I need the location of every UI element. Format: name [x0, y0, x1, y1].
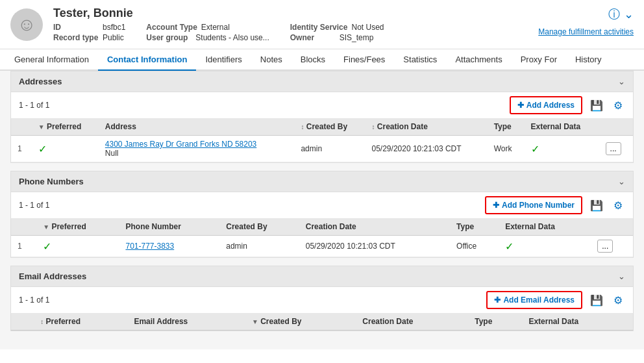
email-addresses-section-header: Email Addresses ⌄ [11, 266, 633, 287]
table-row: 1 ✓ 701-777-3833 admin 05/29/2020 10:21:… [11, 236, 633, 257]
phone-numbers-title: Phone Numbers [19, 177, 84, 186]
row-num: 1 [11, 236, 36, 257]
row-creation-date: 05/29/2020 10:21:03 CDT [365, 136, 488, 162]
col-preferred[interactable]: ↕ Preferred [34, 313, 127, 331]
tab-blocks[interactable]: Blocks [291, 49, 334, 71]
addresses-section: Addresses ⌄ 1 - 1 of 1 ✚ Add Address 💾 ⚙… [10, 71, 634, 163]
plus-icon: ✚ [494, 295, 501, 305]
add-email-address-button[interactable]: ✚ Add Email Address [486, 291, 582, 309]
row-phone: 701-777-3833 [119, 236, 219, 257]
email-collapse-icon[interactable]: ⌄ [618, 271, 625, 281]
email-controls: ✚ Add Email Address 💾 ⚙ [486, 291, 625, 309]
addresses-export-icon[interactable]: 💾 [588, 98, 606, 113]
col-created-by[interactable]: ↕ Created By [294, 118, 365, 136]
col-email-address: Email Address [127, 313, 245, 331]
address-line2: Null [105, 149, 119, 158]
phone-export-icon[interactable]: 💾 [588, 198, 606, 213]
row-address: 4300 James Ray Dr Grand Forks ND 58203 N… [99, 136, 295, 162]
row-ellipsis[interactable]: ... [599, 136, 633, 162]
col-actions [599, 118, 633, 136]
info-icon[interactable]: ⓘ [608, 6, 620, 22]
col-preferred[interactable]: ▼ Preferred [32, 118, 99, 136]
col-phone-number: Phone Number [119, 218, 219, 236]
row-actions-button[interactable]: ... [606, 142, 621, 155]
expand-icon[interactable]: ⌄ [624, 7, 634, 21]
address-link[interactable]: 4300 James Ray Dr Grand Forks ND 58203 [105, 140, 256, 149]
col-created-by[interactable]: ▼ Created By [245, 313, 356, 331]
row-type: Office [450, 236, 499, 257]
avatar: ☺ [10, 8, 43, 41]
row-type: Work [488, 136, 525, 162]
email-addresses-title: Email Addresses [19, 271, 86, 281]
add-address-label: Add Address [526, 101, 575, 110]
email-count: 1 - 1 of 1 [19, 295, 49, 305]
identity-service-value: Not Used [351, 23, 384, 32]
identity-field: Identity Service Not Used Owner SIS_temp [290, 23, 384, 42]
row-external-data: ✓ [525, 136, 599, 162]
user-icon: ☺ [18, 14, 36, 35]
account-type-value: External [201, 23, 230, 32]
email-export-icon[interactable]: 💾 [588, 293, 606, 308]
col-created-by: Created By [219, 218, 299, 236]
plus-icon: ✚ [517, 101, 524, 110]
tab-general-information[interactable]: General Information [5, 49, 98, 71]
addresses-collapse-icon[interactable]: ⌄ [618, 77, 625, 86]
phone-numbers-controls: ✚ Add Phone Number 💾 ⚙ [485, 196, 625, 214]
phone-settings-icon[interactable]: ⚙ [611, 198, 625, 213]
col-type: Type [450, 218, 499, 236]
row-preferred: ✓ [36, 236, 119, 257]
addresses-section-header: Addresses ⌄ [11, 71, 633, 92]
tab-identifiers[interactable]: Identifiers [196, 49, 251, 71]
col-external-data: External Data [499, 218, 591, 236]
tab-notes[interactable]: Notes [251, 49, 291, 71]
addresses-title: Addresses [19, 77, 62, 86]
tab-fines-fees[interactable]: Fines/Fees [334, 49, 394, 71]
header-right-actions: ⓘ ⌄ Manage fulfillment activities [538, 6, 634, 36]
col-num [11, 118, 32, 136]
account-type-label: Account Type [146, 23, 197, 32]
addresses-settings-icon[interactable]: ⚙ [611, 98, 625, 113]
id-field: ID bsfbc1 Record type Public [53, 23, 125, 42]
col-num [11, 218, 36, 236]
col-address[interactable]: Address [99, 118, 295, 136]
add-address-button[interactable]: ✚ Add Address [510, 96, 582, 114]
phone-numbers-count-row: 1 - 1 of 1 ✚ Add Phone Number 💾 ⚙ [11, 192, 633, 218]
row-creation-date: 05/29/2020 10:21:03 CDT [299, 236, 450, 257]
id-label: ID [53, 23, 99, 32]
add-email-label: Add Email Address [503, 295, 575, 305]
col-creation-date[interactable]: ↕ Creation Date [365, 118, 488, 136]
record-type-value: Public [103, 33, 124, 42]
addresses-table: ▼ Preferred Address ↕ Created By ↕ Creat… [11, 118, 633, 162]
row-ellipsis[interactable]: ... [591, 236, 633, 257]
col-type: Type [468, 313, 522, 331]
add-phone-label: Add Phone Number [502, 201, 575, 210]
row-actions-button[interactable]: ... [597, 240, 613, 253]
phone-numbers-collapse-icon[interactable]: ⌄ [618, 177, 625, 186]
plus-icon: ✚ [493, 201, 499, 210]
email-count-row: 1 - 1 of 1 ✚ Add Email Address 💾 ⚙ [11, 287, 633, 313]
phone-numbers-table: ▼ Preferred Phone Number Created By Crea… [11, 218, 633, 257]
row-created-by: admin [219, 236, 299, 257]
page-header: ☺ Tester, Bonnie ID bsfbc1 Record type P… [0, 0, 644, 49]
col-actions [591, 218, 633, 236]
phone-numbers-section: Phone Numbers ⌄ 1 - 1 of 1 ✚ Add Phone N… [10, 171, 634, 258]
phone-numbers-count: 1 - 1 of 1 [19, 201, 49, 210]
addresses-count-row: 1 - 1 of 1 ✚ Add Address 💾 ⚙ [11, 92, 633, 118]
tab-statistics[interactable]: Statistics [394, 49, 446, 71]
tab-contact-information[interactable]: Contact Information [98, 49, 197, 71]
patron-name: Tester, Bonnie [53, 6, 384, 20]
tab-attachments[interactable]: Attachments [446, 49, 511, 71]
addresses-controls: ✚ Add Address 💾 ⚙ [510, 96, 625, 114]
col-preferred[interactable]: ▼ Preferred [36, 218, 119, 236]
tab-history[interactable]: History [566, 49, 610, 71]
email-table-header: ↕ Preferred Email Address ▼ Created By C… [11, 313, 633, 331]
email-settings-icon[interactable]: ⚙ [611, 293, 625, 308]
add-phone-number-button[interactable]: ✚ Add Phone Number [485, 196, 582, 214]
identity-service-label: Identity Service [290, 23, 348, 32]
tab-proxy-for[interactable]: Proxy For [512, 49, 566, 71]
col-type: Type [488, 118, 525, 136]
row-preferred: ✓ [32, 136, 99, 162]
manage-fulfillment-link[interactable]: Manage fulfillment activities [538, 27, 634, 36]
phone-link[interactable]: 701-777-3833 [125, 242, 174, 251]
header-fields: ID bsfbc1 Record type Public Account Typ… [53, 23, 384, 42]
